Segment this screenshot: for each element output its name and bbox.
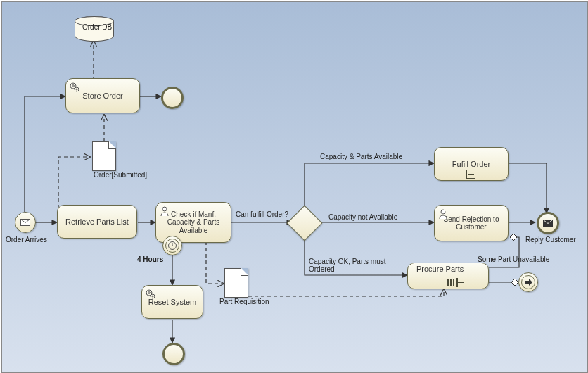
- plus-icon: [466, 170, 475, 179]
- end-event-reply-customer[interactable]: [537, 212, 559, 234]
- data-object-label: Part Requisition: [219, 298, 269, 305]
- gears-icon: [145, 289, 156, 300]
- gears-icon: [69, 82, 80, 93]
- task-label: Procure Parts: [416, 265, 485, 274]
- plus-icon: [456, 278, 458, 287]
- svg-point-2: [75, 87, 79, 91]
- data-store-label: Order DB: [82, 23, 112, 31]
- timer-label: 4 Hours: [137, 255, 163, 263]
- start-event-label: Order Arrives: [6, 236, 47, 244]
- start-event-order-arrives[interactable]: [15, 212, 36, 233]
- multi-instance-icon: [447, 279, 454, 286]
- edge-partreq-to-procure: [248, 289, 444, 296]
- gateway-can-fulfill[interactable]: [292, 210, 316, 234]
- message-icon: [543, 220, 553, 227]
- edge-gw-to-fulfill: [305, 163, 434, 210]
- task-label: Fufill Order: [452, 160, 490, 169]
- edge-label: Some Part Unavailable: [478, 255, 549, 263]
- task-store-order[interactable]: Store Order: [65, 78, 140, 113]
- data-object-label: Order[Submitted]: [94, 171, 147, 179]
- data-object-order-submitted[interactable]: [92, 141, 116, 171]
- link-arrow-icon: [523, 277, 533, 287]
- svg-point-10: [152, 296, 153, 297]
- end-event-after-store[interactable]: [161, 87, 184, 109]
- gateway-label: Can fulfill Order?: [236, 210, 288, 218]
- edge-start-to-store: [25, 96, 65, 212]
- edge-retrieve-to-submitted: [58, 157, 90, 208]
- edge-check-to-partreq: [206, 241, 224, 284]
- task-send-rejection[interactable]: Send Rejection to Customer: [434, 205, 509, 241]
- svg-point-8: [148, 292, 151, 294]
- link-throw-event[interactable]: [518, 272, 538, 292]
- clock-icon: [167, 241, 177, 251]
- edges-layer: [2, 2, 587, 372]
- timer-boundary-event[interactable]: [162, 236, 182, 255]
- task-label: Store Order: [82, 91, 122, 101]
- edge-label: Capacity not Available: [328, 213, 397, 221]
- svg-point-1: [72, 85, 75, 87]
- task-reset-system[interactable]: Reset System: [141, 285, 203, 319]
- user-icon: [437, 208, 449, 220]
- edge-label: Capacity OK, Parts must Ordered: [309, 258, 400, 273]
- subprocess-fulfill-order[interactable]: Fufill Order: [434, 147, 509, 181]
- task-retrieve-parts[interactable]: Retrieve Parts List: [57, 205, 137, 239]
- message-icon: [20, 219, 30, 226]
- svg-point-5: [162, 207, 167, 211]
- user-icon: [159, 206, 170, 217]
- edge-fulfill-to-reply: [509, 163, 547, 213]
- end-event-after-reset[interactable]: [162, 343, 185, 365]
- svg-point-9: [151, 294, 155, 298]
- data-object-part-requisition[interactable]: [224, 268, 248, 298]
- subprocess-markers: [447, 278, 457, 286]
- end-event-label: Reply Customer: [525, 236, 576, 244]
- svg-point-11: [441, 210, 445, 214]
- subprocess-procure-parts[interactable]: Procure Parts: [407, 263, 489, 289]
- svg-point-3: [76, 89, 77, 90]
- bpmn-canvas: Order DB Store Order Order Arrives Retri…: [1, 1, 588, 373]
- edge-label: Capacity & Parts Available: [320, 153, 402, 160]
- task-label: Retrieve Parts List: [65, 217, 129, 227]
- subprocess-marker: [466, 170, 476, 178]
